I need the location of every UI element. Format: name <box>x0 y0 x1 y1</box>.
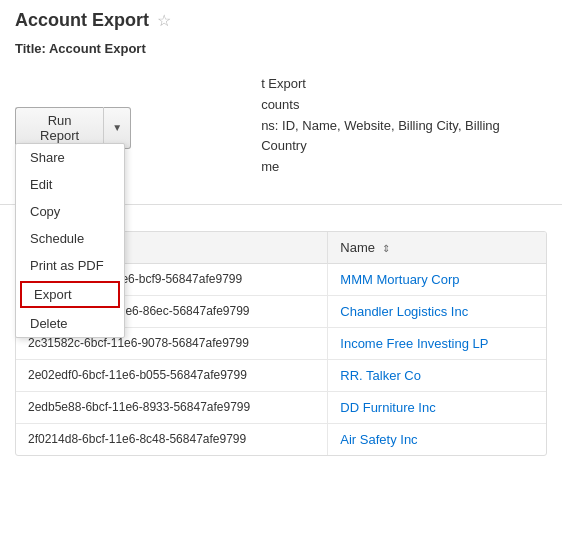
dropdown-menu: Share Edit Copy Schedule Print as PDF Ex… <box>15 143 125 338</box>
toolbar: Run Report ▼ Share Edit Copy Schedule Pr… <box>0 64 562 198</box>
report-info-columns: ns: ID, Name, Website, Billing City, Bil… <box>261 116 532 158</box>
dropdown-item-schedule[interactable]: Schedule <box>16 225 124 252</box>
table-row: 2edb5e88-6bcf-11e6-8933-56847afe9799DD F… <box>16 391 546 423</box>
report-info-time: me <box>261 157 532 178</box>
report-title-label: Title: Account Export <box>15 41 146 56</box>
report-name-label: t Export <box>261 76 306 91</box>
account-name-link[interactable]: Air Safety Inc <box>340 432 417 447</box>
cell-name: Chandler Logistics Inc <box>328 295 546 327</box>
account-name-link[interactable]: RR. Talker Co <box>340 368 421 383</box>
table-row: 2e02edf0-6bcf-11e6-b055-56847afe9799RR. … <box>16 359 546 391</box>
col-name[interactable]: Name ⇕ <box>328 232 546 264</box>
report-info-type: counts <box>261 95 532 116</box>
table-row: 2f0214d8-6bcf-11e6-8c48-56847afe9799Air … <box>16 423 546 455</box>
account-name-link[interactable]: MMM Mortuary Corp <box>340 272 459 287</box>
cell-id: 2f0214d8-6bcf-11e6-8c48-56847afe9799 <box>16 423 328 455</box>
cell-name: MMM Mortuary Corp <box>328 263 546 295</box>
report-info-section: t Export counts ns: ID, Name, Website, B… <box>131 68 547 188</box>
col-name-sort-icon: ⇕ <box>382 243 390 254</box>
dropdown-item-export[interactable]: Export <box>20 281 120 308</box>
cell-name: DD Furniture Inc <box>328 391 546 423</box>
cell-id: 2e02edf0-6bcf-11e6-b055-56847afe9799 <box>16 359 328 391</box>
dropdown-arrow-icon: ▼ <box>112 122 122 133</box>
report-time-label: me <box>261 159 279 174</box>
report-columns-prefix: ns: <box>261 118 282 133</box>
account-name-link[interactable]: Chandler Logistics Inc <box>340 304 468 319</box>
report-columns-value: ID, Name, Website, Billing City, Billing… <box>261 118 500 154</box>
run-report-btn-group: Run Report ▼ Share Edit Copy Schedule Pr… <box>15 107 131 149</box>
cell-name: RR. Talker Co <box>328 359 546 391</box>
cell-name: Income Free Investing LP <box>328 327 546 359</box>
report-title-section: Title: Account Export <box>0 37 562 64</box>
dropdown-item-edit[interactable]: Edit <box>16 171 124 198</box>
cell-name: Air Safety Inc <box>328 423 546 455</box>
dropdown-item-delete[interactable]: Delete <box>16 310 124 337</box>
account-name-link[interactable]: DD Furniture Inc <box>340 400 435 415</box>
page-title: Account Export <box>15 10 149 31</box>
dropdown-item-print-as-pdf[interactable]: Print as PDF <box>16 252 124 279</box>
page-header: Account Export ☆ <box>0 0 562 37</box>
dropdown-item-share[interactable]: Share <box>16 144 124 171</box>
report-info-name: t Export <box>261 74 532 95</box>
col-name-label: Name <box>340 240 375 255</box>
account-name-link[interactable]: Income Free Investing LP <box>340 336 488 351</box>
star-icon[interactable]: ☆ <box>157 11 171 30</box>
dropdown-item-copy[interactable]: Copy <box>16 198 124 225</box>
cell-id: 2edb5e88-6bcf-11e6-8933-56847afe9799 <box>16 391 328 423</box>
report-type-label: counts <box>261 97 299 112</box>
